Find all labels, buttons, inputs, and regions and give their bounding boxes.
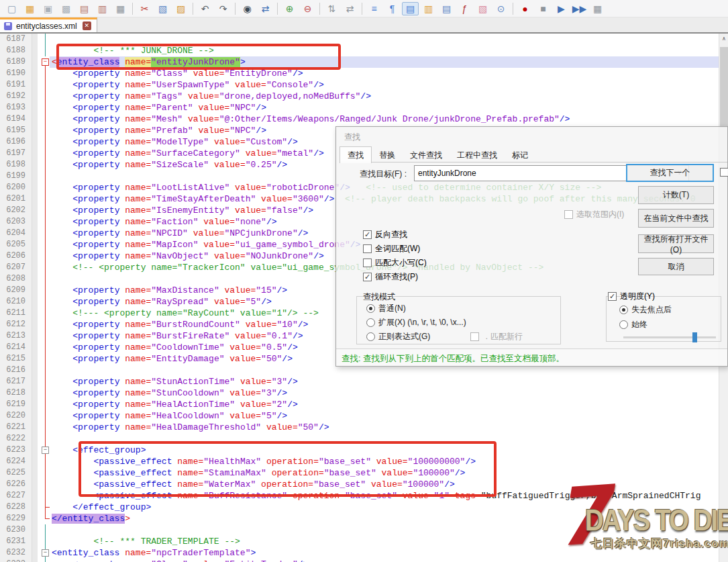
zoom-out-icon[interactable]: ⊖	[299, 2, 316, 15]
bookmark-margin[interactable]	[32, 68, 38, 79]
option-checkbox-1[interactable]: 全词匹配(W)	[363, 243, 420, 254]
bookmark-margin[interactable]	[32, 79, 38, 91]
open-file-icon[interactable]: ▦	[21, 2, 38, 15]
tab-entityclasses-xml[interactable]: entityclasses.xml ✕	[0, 17, 97, 32]
option-checkbox-0-box[interactable]: ✓	[363, 230, 372, 239]
dialog-tab-0[interactable]: 查找	[340, 146, 372, 163]
bookmark-margin[interactable]	[32, 250, 38, 262]
transparency-option-1-radio[interactable]	[619, 320, 628, 329]
bookmark-margin[interactable]	[32, 399, 38, 410]
scroll-up-icon[interactable]: ∧	[719, 34, 728, 44]
dialog-tab-3[interactable]: 工程中查找	[450, 147, 505, 163]
doc-map-icon[interactable]: ▥	[420, 2, 437, 15]
macro-run-multiple-icon[interactable]: ▶▶	[571, 2, 588, 15]
bookmark-margin[interactable]	[32, 444, 38, 456]
find-next-button[interactable]: 查找下一个	[626, 164, 714, 182]
bookmark-margin[interactable]	[32, 559, 38, 562]
dialog-tab-1[interactable]: 替换	[372, 147, 403, 163]
bookmark-margin[interactable]	[32, 262, 38, 273]
code-text[interactable]: <property name="StunCooldown" value="3"/…	[50, 387, 719, 399]
bookmark-margin[interactable]	[32, 410, 38, 422]
bookmark-margin[interactable]	[32, 296, 38, 308]
paste-icon[interactable]: ▨	[172, 2, 189, 15]
bookmark-margin[interactable]	[32, 467, 38, 479]
code-text[interactable]: <property name="StunActionTime" value="3…	[50, 376, 719, 387]
bookmark-margin[interactable]	[32, 148, 38, 159]
bookmark-margin[interactable]	[32, 513, 38, 524]
bookmark-margin[interactable]	[32, 308, 38, 319]
transparency-option-1[interactable]: 始终	[619, 319, 647, 330]
option-checkbox-0[interactable]: ✓反向查找	[363, 229, 407, 240]
bookmark-margin[interactable]	[32, 365, 38, 376]
code-text[interactable]: <property name="Tags" value="drone,deplo…	[50, 91, 719, 102]
code-text[interactable]: <property name="HealCooldown" value="5"/…	[50, 410, 719, 422]
new-file-icon[interactable]: ▢	[3, 2, 20, 15]
redo-icon[interactable]: ↷	[215, 2, 231, 15]
option-checkbox-1-box[interactable]	[363, 244, 372, 253]
bookmark-margin[interactable]	[32, 239, 38, 250]
find-icon[interactable]: ◉	[239, 2, 256, 15]
option-checkbox-2-box[interactable]	[363, 259, 372, 267]
word-wrap-icon[interactable]: ≡	[366, 2, 382, 15]
dialog-tab-2[interactable]: 文件查找	[403, 147, 450, 163]
bookmark-margin[interactable]	[32, 353, 38, 365]
bookmark-margin[interactable]	[32, 182, 38, 193]
save-all-icon[interactable]: ▩	[58, 2, 74, 15]
search-mode-option-0[interactable]: 普通(N)	[366, 303, 406, 314]
bookmark-margin[interactable]	[32, 171, 38, 182]
bookmark-margin[interactable]	[32, 490, 38, 502]
search-mode-option-2[interactable]: 正则表达式(G)	[366, 331, 430, 342]
in-selection-checkbox-box[interactable]	[564, 210, 573, 219]
option-checkbox-3[interactable]: ✓循环查找(P)	[363, 271, 418, 283]
bookmark-margin[interactable]	[32, 502, 38, 513]
bookmark-margin[interactable]	[32, 330, 38, 342]
bookmark-margin[interactable]	[32, 387, 38, 399]
bookmark-margin[interactable]	[32, 285, 38, 296]
bookmark-margin[interactable]	[32, 193, 38, 205]
macro-save-icon[interactable]: ▦	[589, 2, 606, 15]
bookmark-margin[interactable]	[32, 319, 38, 330]
cutoff-checkbox[interactable]	[720, 168, 728, 177]
sync-horizontal-icon[interactable]: ⇄	[342, 2, 358, 15]
code-text[interactable]: <property name="HealActionTime" value="2…	[50, 399, 719, 410]
find-all-current-button[interactable]: 在当前文件中查找	[638, 209, 714, 228]
fold-collapse-icon[interactable]: −	[42, 58, 49, 66]
matches-newline-checkbox[interactable]: ．匹配新行	[470, 331, 523, 342]
sync-vertical-icon[interactable]: ⇅	[323, 2, 340, 15]
bookmark-margin[interactable]	[32, 159, 38, 171]
search-mode-option-1-radio[interactable]	[366, 318, 375, 327]
bookmark-margin[interactable]	[32, 342, 38, 353]
code-text[interactable]: <property name="HealDamageThreshold" val…	[50, 422, 719, 433]
in-selection-checkbox[interactable]: 选取范围内(I)	[564, 209, 624, 220]
replace-icon[interactable]: ⇄	[257, 2, 274, 15]
code-text[interactable]: <property name="Mesh" value="@:Other/Ite…	[50, 113, 719, 125]
bookmark-margin[interactable]	[32, 479, 38, 490]
bookmark-margin[interactable]	[32, 91, 38, 102]
bookmark-margin[interactable]	[32, 456, 38, 467]
option-checkbox-2[interactable]: 匹配大小写(C)	[363, 257, 427, 269]
print-icon[interactable]: ▦	[112, 2, 129, 15]
folder-workspace-icon[interactable]: ▧	[474, 2, 491, 15]
bookmark-margin[interactable]	[32, 536, 38, 547]
bookmark-margin[interactable]	[32, 34, 38, 45]
close-all-icon[interactable]: ▥	[94, 2, 111, 15]
transparency-option-0-radio[interactable]	[619, 306, 628, 314]
bookmark-margin[interactable]	[32, 216, 38, 228]
bookmark-margin[interactable]	[32, 273, 38, 285]
close-file-icon[interactable]: ▤	[76, 2, 93, 15]
count-button[interactable]: 计数(T)	[638, 186, 714, 204]
bookmark-margin[interactable]	[32, 113, 38, 125]
bookmark-margin[interactable]	[32, 45, 38, 56]
bookmark-margin[interactable]	[32, 228, 38, 239]
bookmark-margin[interactable]	[32, 136, 38, 148]
function-list-icon[interactable]: ƒ	[456, 2, 473, 15]
macro-record-icon[interactable]: ●	[517, 2, 533, 15]
dialog-tab-4[interactable]: 标记	[505, 147, 535, 163]
search-mode-option-2-radio[interactable]	[366, 332, 375, 341]
fold-collapse-icon[interactable]: −	[42, 549, 49, 557]
scrollbar-thumb[interactable]	[720, 47, 728, 128]
transparency-slider[interactable]	[623, 336, 716, 338]
transparency-checkbox[interactable]: ✓透明度(Y)	[608, 291, 655, 302]
copy-icon[interactable]: ▧	[154, 2, 171, 15]
matches-newline-checkbox-box[interactable]	[470, 332, 479, 341]
